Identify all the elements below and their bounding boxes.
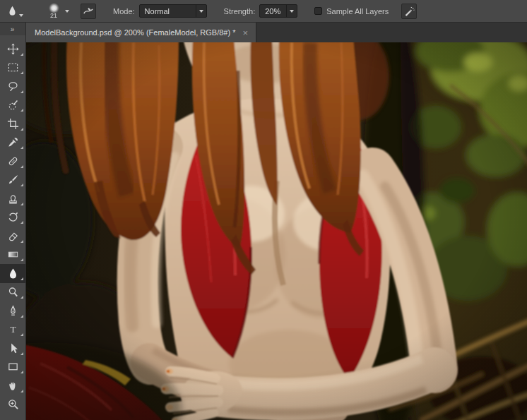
close-tab-icon[interactable]: × [242, 28, 248, 37]
crop-icon [7, 118, 19, 130]
brush-icon [7, 174, 19, 186]
dodge-icon [7, 286, 19, 298]
sample-all-layers-checkbox[interactable]: Sample All Layers [314, 7, 389, 16]
options-bar: 21 Mode: Normal Strength: 20% Sample All… [0, 0, 527, 23]
type-icon: T [7, 323, 19, 335]
brush-size-value: 21 [50, 13, 57, 19]
zoom-tool-button[interactable] [0, 395, 26, 414]
pen-pressure-icon [83, 6, 94, 17]
chevron-down-icon [65, 10, 69, 13]
clone-stamp-icon [7, 193, 19, 205]
rectangle-icon [7, 361, 19, 373]
magnifier-icon [7, 398, 19, 410]
spot-healing-brush-tool-button[interactable] [0, 152, 26, 171]
selection-arrow-icon [7, 342, 19, 354]
airbrush-pressure-toggle-button[interactable] [401, 4, 417, 19]
document-tab[interactable]: ModelBackground.psd @ 200% (FemaleModel,… [26, 23, 256, 42]
quick-selection-tool-button[interactable] [0, 96, 26, 115]
brush-tool-button[interactable] [0, 171, 26, 190]
rectangular-marquee-tool-button[interactable] [0, 59, 26, 78]
marquee-icon [7, 61, 19, 73]
blur-droplet-icon [8, 5, 17, 17]
lasso-icon [7, 80, 19, 92]
gradient-tool-button[interactable] [0, 246, 26, 265]
checkbox-box[interactable] [314, 7, 322, 15]
airbrush-icon [403, 6, 415, 17]
collapse-panel-button[interactable]: » [0, 23, 25, 35]
chevron-down-icon [286, 5, 297, 17]
document-canvas[interactable] [26, 42, 527, 420]
gradient-icon [7, 248, 19, 260]
move-icon [7, 43, 19, 55]
brush-pressure-toggle-button[interactable] [81, 4, 96, 19]
brush-preview-thumbnail: 21 [45, 3, 62, 19]
pen-icon [7, 305, 19, 317]
blur-tool-button[interactable] [0, 264, 26, 283]
document-tab-bar: ModelBackground.psd @ 200% (FemaleModel,… [26, 23, 527, 42]
tool-list: T [0, 35, 25, 414]
rectangle-shape-tool-button[interactable] [0, 358, 26, 377]
quick-selection-icon [7, 99, 19, 111]
path-selection-tool-button[interactable] [0, 339, 26, 358]
history-brush-tool-button[interactable] [0, 208, 26, 227]
svg-text:T: T [10, 324, 16, 335]
brush-preset-picker[interactable]: 21 [45, 3, 69, 19]
type-tool-button[interactable]: T [0, 320, 26, 340]
sample-all-layers-label: Sample All Layers [326, 7, 389, 16]
eraser-icon [7, 230, 19, 242]
eyedropper-icon [7, 136, 19, 148]
tools-panel: » [0, 23, 26, 420]
clone-stamp-tool-button[interactable] [0, 189, 26, 208]
chevron-down-icon [19, 14, 23, 17]
strength-value: 20% [260, 7, 286, 16]
move-tool-button[interactable] [0, 40, 26, 59]
mode-label: Mode: [113, 7, 135, 16]
mode-value: Normal [140, 7, 196, 16]
tool-preset-picker[interactable] [6, 4, 25, 18]
hand-icon [7, 380, 19, 392]
document-tab-title: ModelBackground.psd @ 200% (FemaleModel,… [35, 28, 235, 37]
pen-tool-button[interactable] [0, 301, 26, 320]
lasso-tool-button[interactable] [0, 77, 26, 96]
healing-bandaid-icon [7, 155, 19, 167]
strength-dropdown[interactable]: 20% [259, 4, 297, 18]
photo-canvas-image [26, 42, 527, 420]
eraser-tool-button[interactable] [0, 227, 26, 246]
dodge-tool-button[interactable] [0, 283, 26, 302]
mode-dropdown[interactable]: Normal [139, 4, 207, 18]
strength-label: Strength: [224, 7, 256, 16]
hand-tool-button[interactable] [0, 376, 26, 395]
eyedropper-tool-button[interactable] [0, 133, 26, 152]
history-brush-icon [7, 211, 19, 223]
chevron-down-icon [196, 5, 206, 17]
blur-droplet-icon [7, 268, 19, 280]
crop-tool-button[interactable] [0, 114, 26, 133]
